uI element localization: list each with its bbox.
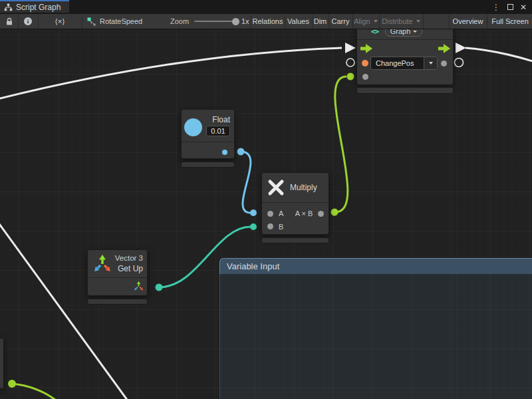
window-maximize-icon[interactable] [504, 0, 516, 14]
multiply-input-a-label: A [279, 209, 283, 217]
multiply-title: Multiply [290, 183, 317, 192]
carry-label: Carry [332, 17, 350, 25]
zoom-label: Zoom [170, 14, 189, 29]
full-screen-label: Full Screen [491, 17, 529, 25]
bottom-left-wire[interactable] [12, 384, 64, 399]
relations-button[interactable]: Relations [251, 14, 285, 29]
dropdown-caret [424, 57, 437, 69]
value-input-port[interactable] [362, 74, 368, 80]
unconnected-port-left-icon[interactable] [346, 59, 354, 66]
control-output-arrow-icon[interactable] [438, 44, 451, 53]
multiply-output-label: A × B [290, 209, 318, 217]
script-graph-teal-icon: <> [371, 29, 378, 36]
multiply-footer [261, 237, 329, 243]
code-toggle-button[interactable]: ⟨×⟩ [38, 14, 82, 29]
window-close-icon[interactable]: ✕ [517, 0, 529, 14]
overview-label: Overview [453, 17, 483, 25]
multiply-input-b-label: B [279, 223, 283, 231]
control-wire-out[interactable] [466, 48, 532, 62]
toolbar: i ⟨×⟩ RotateSpeed Zoom 1x Relations Valu… [0, 14, 532, 29]
unity-script-graph-window: { "colors": { "accent-blue": "#3d74c2", … [0, 0, 532, 399]
control-wire-diagonal[interactable] [0, 219, 127, 399]
wire-end-dot [156, 284, 163, 291]
set-variable-header: <> Graph [357, 29, 453, 40]
info-button[interactable]: i [18, 14, 38, 29]
control-input-arrow-icon[interactable] [360, 44, 373, 53]
toolbar-divider [423, 14, 424, 29]
variable-name-port[interactable] [362, 60, 368, 66]
values-label: Values [287, 17, 309, 25]
wire-end-dot [250, 223, 257, 230]
distribute-button[interactable]: Distribute [379, 14, 423, 29]
dim-label: Dim [314, 17, 327, 25]
graph-canvas[interactable]: Variable Input <> Graph [0, 29, 532, 399]
lock-icon [5, 17, 13, 26]
float-footer [181, 162, 235, 168]
set-variable-footer [356, 87, 454, 94]
zoom-slider-track[interactable] [194, 21, 237, 22]
unconnected-port-right-icon[interactable] [455, 59, 464, 67]
dim-button[interactable]: Dim [312, 14, 329, 29]
toolbar-divider [18, 14, 19, 29]
float-output-port[interactable] [222, 150, 227, 155]
control-arrow-in-icon [345, 43, 356, 53]
float-title: Float [212, 115, 230, 124]
wire-end-dot [347, 73, 354, 80]
script-graph-icon [87, 17, 96, 26]
multiply-node[interactable]: Multiply A A × B B [261, 172, 329, 235]
zoom-slider-handle[interactable] [232, 18, 239, 25]
graph-breadcrumb[interactable]: RotateSpeed [87, 14, 142, 29]
float-value-field[interactable]: 0.01 [206, 126, 230, 136]
vector3-icon [92, 253, 113, 273]
chevron-down-icon [416, 20, 420, 23]
multiply-x-icon [267, 179, 285, 196]
zoom-value: 1x [241, 14, 249, 29]
overview-button[interactable]: Overview [449, 14, 487, 29]
tab-title: Script Graph [16, 3, 61, 12]
float-node[interactable]: Float 0.01 [181, 109, 235, 159]
align-button[interactable]: Align [352, 14, 379, 29]
distribute-label: Distribute [382, 17, 412, 25]
maximize-box [507, 4, 513, 10]
float-circle-icon [184, 118, 202, 136]
vector3-header: Vector 3 Get Up [88, 250, 147, 278]
control-arrow-out-icon [456, 43, 466, 53]
control-wire-in[interactable] [0, 48, 342, 100]
wire-end-dot [331, 209, 338, 216]
carry-button[interactable]: Carry [329, 14, 352, 29]
values-button[interactable]: Values [285, 14, 312, 29]
vector3-output-port-icon[interactable] [133, 281, 144, 291]
toolbar-divider [38, 14, 39, 29]
variable-kind-dropdown[interactable]: Graph [385, 29, 422, 37]
multiply-output-port[interactable] [318, 211, 324, 217]
vector3-title: Get Up [118, 264, 143, 273]
full-screen-button[interactable]: Full Screen [487, 14, 532, 29]
variable-name-value: ChangePos [371, 57, 424, 69]
chevron-down-icon [374, 20, 378, 23]
toolbar-divider [82, 14, 82, 29]
multiply-input-b-port[interactable] [267, 223, 273, 229]
variable-name-dropdown[interactable]: ChangePos [370, 57, 438, 70]
align-label: Align [354, 17, 370, 25]
vector3-get-up-node[interactable]: Vector 3 Get Up [87, 249, 148, 296]
chevron-down-icon [429, 62, 433, 65]
multiply-input-a-port[interactable] [267, 211, 273, 217]
graph-name-label: RotateSpeed [100, 17, 142, 25]
graph-hierarchy-icon [4, 3, 13, 11]
float-header: Float 0.01 [182, 110, 234, 142]
float-to-multiply-wire[interactable] [241, 152, 251, 213]
offscreen-node-fragment[interactable] [0, 338, 4, 389]
set-variable-node[interactable]: <> Graph ChangePos [356, 29, 454, 85]
vector-to-multiply-wire[interactable] [159, 227, 251, 287]
variable-kind-label: Graph [390, 29, 411, 35]
tab-script-graph[interactable]: Script Graph [0, 0, 69, 13]
wire-end-dot [237, 148, 245, 156]
multiply-to-setvariable-wire[interactable] [335, 76, 348, 212]
vector3-type-label: Vector 3 [115, 254, 143, 262]
tab-bar: Script Graph ⋮ ✕ [0, 0, 532, 14]
wire-end-dot [8, 380, 16, 388]
wire-end-dot [250, 209, 257, 216]
value-output-port[interactable] [441, 61, 447, 66]
lock-button[interactable] [0, 14, 18, 29]
window-menu-icon[interactable]: ⋮ [491, 0, 501, 14]
